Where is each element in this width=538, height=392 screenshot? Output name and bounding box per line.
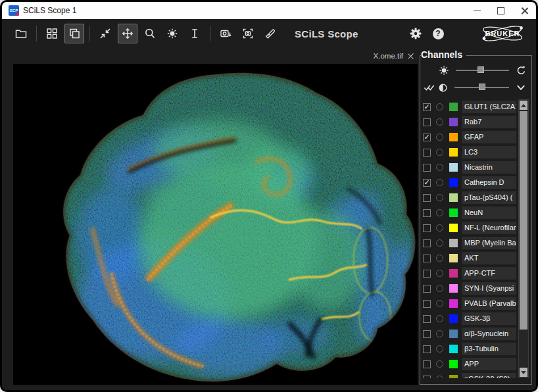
channel-visibility-checkbox[interactable] (423, 376, 431, 379)
channel-visibility-checkbox[interactable] (423, 239, 431, 247)
channel-solo-radio[interactable] (436, 315, 443, 322)
channel-color-swatch[interactable] (449, 133, 458, 141)
close-button[interactable] (512, 2, 536, 19)
brightness-tool-button[interactable] (162, 24, 182, 43)
channel-color-swatch[interactable] (449, 118, 458, 126)
channel-label[interactable]: APP-CTF (462, 267, 516, 280)
channel-label[interactable]: NeuN (462, 207, 516, 219)
channel-label[interactable]: β3-Tubulin (462, 343, 516, 355)
channel-solo-radio[interactable] (436, 194, 443, 201)
open-folder-button[interactable] (11, 24, 31, 43)
fit-to-view-button[interactable] (95, 24, 115, 43)
channel-visibility-checkbox[interactable] (423, 270, 431, 278)
export-snapshot-button[interactable] (216, 24, 235, 43)
channel-color-swatch[interactable] (449, 224, 458, 232)
channel-visibility-checkbox[interactable] (423, 315, 431, 323)
channel-visibility-checkbox[interactable] (423, 118, 431, 126)
channel-label[interactable]: pTau-(pS404) ( (462, 191, 516, 204)
image-tab[interactable]: X.ome.tif (370, 52, 418, 60)
channel-solo-radio[interactable] (436, 118, 443, 126)
channel-solo-radio[interactable] (436, 134, 443, 141)
check-all-button[interactable] (423, 82, 436, 93)
channel-visibility-checkbox[interactable] (423, 149, 431, 157)
channel-solo-radio[interactable] (436, 285, 443, 292)
channel-solo-radio[interactable] (436, 270, 443, 277)
channel-color-swatch[interactable] (449, 284, 458, 293)
channel-label[interactable]: LC3 (462, 146, 516, 159)
channel-visibility-checkbox[interactable]: ✓ (423, 134, 431, 141)
channel-visibility-checkbox[interactable] (423, 330, 431, 338)
title-bar[interactable]: SCP SCiLS Scope 1 (2, 2, 536, 19)
contrast-slider[interactable] (454, 81, 509, 94)
channel-label[interactable]: APP (462, 358, 516, 370)
intensity-range-button[interactable] (185, 24, 205, 43)
channel-color-swatch[interactable] (449, 375, 458, 378)
channel-label[interactable]: Nicastrin (462, 161, 516, 174)
channel-color-swatch[interactable] (449, 269, 458, 278)
settings-button[interactable] (406, 24, 426, 43)
channel-visibility-checkbox[interactable] (423, 345, 431, 353)
channel-color-swatch[interactable] (449, 314, 458, 323)
help-button[interactable]: ? (428, 24, 448, 43)
channel-label[interactable]: GLUT1 (SLC2A1 (462, 101, 516, 113)
channel-visibility-checkbox[interactable] (423, 194, 431, 202)
channel-label[interactable]: Cathepsin D (462, 176, 516, 189)
channel-label[interactable]: Rab7 (462, 116, 516, 128)
channel-visibility-checkbox[interactable] (423, 300, 431, 308)
channel-color-swatch[interactable] (449, 178, 458, 187)
reset-button[interactable] (514, 65, 527, 76)
channel-visibility-checkbox[interactable] (423, 224, 431, 232)
channel-visibility-checkbox[interactable] (423, 255, 431, 262)
channel-solo-radio[interactable] (436, 376, 443, 378)
channel-label[interactable]: AKT (462, 252, 516, 264)
channel-color-swatch[interactable] (449, 330, 458, 338)
channel-solo-radio[interactable] (436, 179, 443, 186)
maximize-button[interactable] (489, 2, 512, 19)
channel-solo-radio[interactable] (436, 330, 443, 337)
channel-label[interactable]: MBP (Myelin Ba (462, 237, 516, 249)
channel-label[interactable]: PVALB (Parvalb (462, 297, 516, 310)
channel-solo-radio[interactable] (436, 209, 443, 216)
scroll-down-button[interactable] (520, 368, 527, 377)
channel-solo-radio[interactable] (436, 345, 443, 353)
grid-view-button[interactable] (42, 24, 62, 43)
channel-visibility-checkbox[interactable] (423, 164, 431, 172)
channel-color-swatch[interactable] (449, 163, 458, 172)
channel-solo-radio[interactable] (436, 300, 443, 307)
scrollbar-thumb[interactable] (520, 111, 527, 330)
channel-label[interactable]: NF-L (Neurofilam (462, 222, 516, 234)
channel-label[interactable]: pGSK-3β (S9) (462, 373, 516, 378)
channel-solo-radio[interactable] (436, 360, 443, 368)
contrast-slider-handle[interactable] (479, 84, 485, 90)
zoom-tool-button[interactable] (140, 24, 160, 43)
channel-label[interactable]: GSK-3β (462, 312, 516, 325)
channel-visibility-checkbox[interactable]: ✓ (423, 103, 431, 111)
minimize-button[interactable] (465, 2, 489, 19)
measure-tool-button[interactable] (260, 24, 280, 43)
channel-color-swatch[interactable] (449, 148, 458, 157)
channel-color-swatch[interactable] (449, 254, 458, 262)
layers-view-button[interactable] (64, 24, 84, 43)
channel-color-swatch[interactable] (449, 208, 458, 217)
image-viewport[interactable] (13, 64, 418, 385)
channel-solo-radio[interactable] (436, 224, 443, 232)
channel-label[interactable]: α/β-Synuclein (462, 328, 516, 340)
channel-color-swatch[interactable] (449, 299, 458, 308)
channel-visibility-checkbox[interactable] (423, 209, 431, 217)
channel-solo-radio[interactable] (436, 103, 443, 110)
channel-visibility-checkbox[interactable] (423, 285, 431, 293)
brightness-slider[interactable] (456, 64, 509, 77)
channel-label[interactable]: GFAP (462, 131, 516, 143)
scroll-up-button[interactable] (520, 101, 527, 110)
channel-visibility-checkbox[interactable] (423, 360, 431, 368)
channel-list-scrollbar[interactable] (518, 99, 529, 378)
channel-solo-radio[interactable] (436, 255, 443, 262)
channel-color-swatch[interactable] (449, 103, 458, 111)
channel-color-swatch[interactable] (449, 239, 458, 247)
expand-button[interactable] (514, 83, 527, 92)
channel-solo-radio[interactable] (436, 149, 443, 156)
capture-region-button[interactable] (238, 24, 258, 43)
channel-color-swatch[interactable] (449, 345, 458, 353)
channel-color-swatch[interactable] (449, 193, 458, 202)
tab-close-icon[interactable] (408, 53, 414, 59)
